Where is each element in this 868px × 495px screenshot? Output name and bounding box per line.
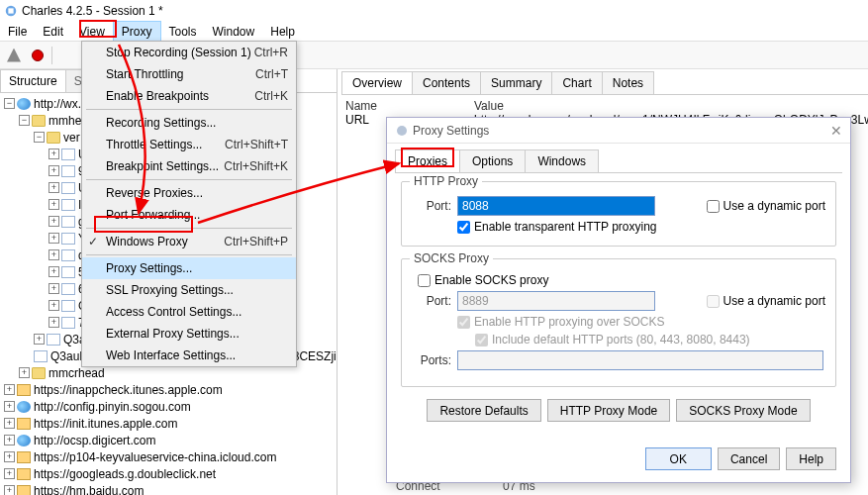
http-dynamic-port-checkbox[interactable] [707, 200, 720, 213]
svg-point-2 [397, 126, 407, 136]
tree-expand-icon[interactable]: + [4, 468, 15, 479]
ok-button[interactable]: OK [645, 447, 712, 470]
tree-expand-icon[interactable]: + [48, 317, 59, 328]
menu-tools[interactable]: Tools [161, 22, 205, 42]
tab-overview[interactable]: Overview [341, 71, 413, 94]
menu-web-interface-settings[interactable]: Web Interface Settings... [82, 345, 296, 366]
tree-expand-icon[interactable]: + [48, 233, 59, 244]
tree-expand-icon[interactable]: + [48, 182, 59, 193]
file-icon [61, 249, 75, 261]
port-label: Port: [412, 199, 451, 213]
menu-view[interactable]: View [71, 22, 113, 42]
socks-port-input [457, 291, 655, 311]
tree-collapse-icon[interactable]: − [34, 132, 45, 143]
menu-proxy-settings[interactable]: Proxy Settings... [82, 257, 296, 279]
menu-proxy[interactable]: Proxy [113, 21, 161, 43]
tab-notes[interactable]: Notes [602, 71, 654, 94]
menu-enable-breakpoints[interactable]: Enable BreakpointsCtrl+K [82, 85, 296, 107]
menu-ssl-proxying-settings[interactable]: SSL Proxying Settings... [82, 279, 296, 301]
tree-collapse-icon[interactable]: − [4, 98, 15, 109]
tab-proxies[interactable]: Proxies [395, 149, 460, 172]
tree-expand-icon[interactable]: + [48, 216, 59, 227]
modal-tabs: Proxies Options Windows [395, 149, 842, 173]
tree-host[interactable]: https://googleads.g.doubleclick.net [34, 467, 216, 481]
tab-options[interactable]: Options [459, 149, 526, 172]
tree-host[interactable]: https://hm.baidu.com [34, 484, 144, 496]
tree-expand-icon[interactable]: + [48, 165, 59, 176]
tree-host[interactable]: https://p104-keyvalueservice-china.iclou… [34, 450, 276, 464]
ports-input [457, 350, 823, 370]
file-icon [61, 165, 75, 177]
tree-expand-icon[interactable]: + [48, 199, 59, 210]
tab-structure[interactable]: Structure [0, 69, 66, 92]
tree-expand-icon[interactable]: + [19, 367, 30, 378]
tree-host[interactable]: http://config.pinyin.sogou.com [34, 400, 191, 414]
restore-defaults-button[interactable]: Restore Defaults [427, 399, 540, 422]
menu-recording-settings[interactable]: Recording Settings... [82, 112, 296, 134]
http-proxy-mode-button[interactable]: HTTP Proxy Mode [547, 399, 670, 422]
right-tabs: Overview Contents Summary Chart Notes [341, 71, 868, 95]
enable-socks-checkbox[interactable] [418, 274, 431, 287]
menu-port-forwarding[interactable]: Port Forwarding... [82, 204, 296, 226]
tree-expand-icon[interactable]: + [48, 283, 59, 294]
tree-expand-icon[interactable]: + [4, 401, 15, 412]
http-port-input[interactable] [457, 196, 655, 216]
window-title: Charles 4.2.5 - Session 1 * [22, 4, 163, 18]
enable-transparent-http-checkbox[interactable] [457, 221, 470, 234]
menu-throttle-settings[interactable]: Throttle Settings...Ctrl+Shift+T [82, 134, 296, 155]
file-icon [61, 283, 75, 295]
file-icon [61, 317, 75, 329]
tab-windows[interactable]: Windows [525, 149, 599, 172]
tree-host[interactable]: https://init.itunes.apple.com [34, 417, 177, 431]
tree-host[interactable]: http://ocsp.digicert.com [34, 434, 155, 447]
menu-edit[interactable]: Edit [35, 22, 71, 42]
tree-expand-icon[interactable]: + [4, 451, 15, 462]
tree-expand-icon[interactable]: + [48, 300, 59, 311]
tree-folder[interactable]: ver [63, 131, 80, 145]
tab-contents[interactable]: Contents [412, 71, 481, 94]
tree-expand-icon[interactable]: + [4, 435, 15, 446]
tree-expand-icon[interactable]: + [48, 148, 59, 159]
help-button[interactable]: Help [786, 447, 836, 470]
menu-breakpoint-settings[interactable]: Breakpoint Settings...Ctrl+Shift+K [82, 155, 296, 177]
col-name: Name [345, 99, 474, 113]
tree-expand-icon[interactable]: + [48, 249, 59, 260]
title-bar: Charles 4.2.5 - Session 1 * [0, 0, 868, 22]
file-icon [61, 216, 75, 228]
tree-expand-icon[interactable]: + [34, 334, 45, 345]
menu-access-control-settings[interactable]: Access Control Settings... [82, 301, 296, 323]
clear-button[interactable] [4, 46, 24, 65]
menu-bar: File Edit View Proxy Tools Window Help [0, 22, 868, 42]
tree-expand-icon[interactable]: + [4, 384, 15, 395]
lock-icon [17, 451, 31, 463]
modal-title: Proxy Settings [413, 124, 489, 138]
socks-proxy-group: SOCKS Proxy Enable SOCKS proxy Port: Use… [401, 258, 836, 387]
tree-expand-icon[interactable]: + [4, 418, 15, 429]
close-icon[interactable]: ✕ [830, 123, 842, 139]
file-icon [34, 350, 48, 362]
menu-windows-proxy[interactable]: ✓Windows ProxyCtrl+Shift+P [82, 231, 296, 252]
tree-collapse-icon[interactable]: − [19, 115, 30, 126]
menu-reverse-proxies[interactable]: Reverse Proxies... [82, 182, 296, 204]
menu-stop-recording[interactable]: Stop Recording (Session 1)Ctrl+R [82, 42, 296, 63]
menu-window[interactable]: Window [205, 22, 263, 42]
menu-help[interactable]: Help [262, 22, 303, 42]
record-button[interactable] [28, 46, 48, 65]
globe-icon [17, 435, 31, 446]
tree-expand-icon[interactable]: + [4, 485, 15, 495]
menu-start-throttling[interactable]: Start ThrottlingCtrl+T [82, 63, 296, 85]
menu-external-proxy-settings[interactable]: External Proxy Settings... [82, 323, 296, 345]
tree-host[interactable]: http://wx. [34, 97, 81, 111]
tree-expand-icon[interactable]: + [48, 266, 59, 277]
file-icon [61, 148, 75, 160]
cancel-button[interactable]: Cancel [718, 447, 780, 470]
include-default-ports-checkbox [475, 334, 488, 346]
tab-summary[interactable]: Summary [480, 71, 552, 94]
svg-rect-1 [8, 8, 13, 13]
tree-folder[interactable]: mmcrhead [48, 366, 105, 380]
menu-file[interactable]: File [0, 22, 35, 42]
socks-proxy-mode-button[interactable]: SOCKS Proxy Mode [676, 399, 810, 422]
folder-icon [32, 367, 46, 379]
tab-chart[interactable]: Chart [551, 71, 602, 94]
tree-host[interactable]: https://inappcheck.itunes.apple.com [34, 383, 223, 397]
